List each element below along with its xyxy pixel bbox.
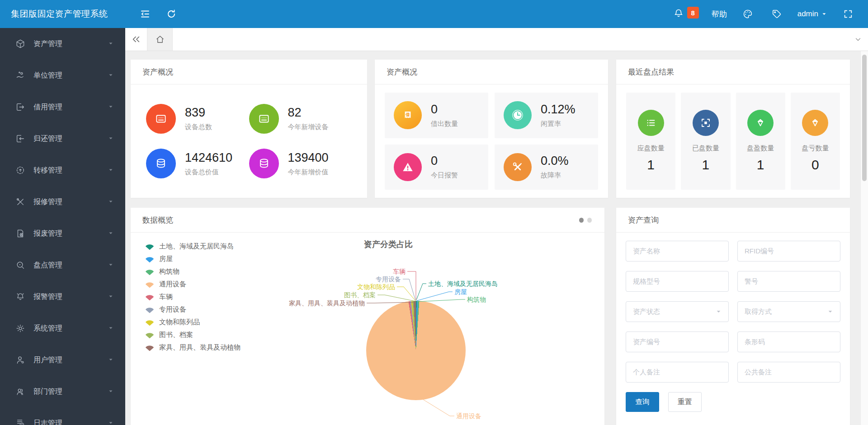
chevron-down-icon	[108, 135, 113, 143]
stat-value: 1	[757, 157, 764, 173]
legend-item[interactable]: 房屋	[144, 254, 241, 263]
chevron-down-icon	[108, 356, 113, 364]
legend-item[interactable]: 构筑物	[144, 267, 241, 276]
pie-chart[interactable]	[366, 301, 466, 400]
refresh-icon[interactable]	[163, 6, 179, 22]
personal-note-input[interactable]: 个人备注	[626, 362, 729, 383]
sidebar-item-scrap[interactable]: 报废管理	[0, 218, 125, 249]
barcode-input[interactable]: 条形码	[737, 332, 840, 352]
repair-tools-icon	[15, 197, 25, 207]
svg-text:家具、用具、装具及动植物: 家具、用具、装具及动植物	[289, 299, 365, 307]
sidebar-item-label: 报修管理	[33, 197, 108, 207]
carousel-dot-active[interactable]	[579, 218, 584, 223]
legend-item[interactable]: 土地、海域及无居民海岛	[144, 242, 241, 251]
scan-icon	[693, 110, 719, 136]
sidebar-item-units[interactable]: 单位管理	[0, 60, 125, 91]
database-icon	[249, 149, 279, 178]
theme-palette-icon[interactable]	[740, 6, 756, 22]
tag-icon[interactable]	[769, 6, 785, 22]
public-note-input[interactable]: 公共备注	[737, 362, 840, 383]
sidebar-item-departments[interactable]: 部门管理	[0, 376, 125, 407]
chevron-down-icon	[108, 324, 113, 332]
tab-home[interactable]	[147, 28, 173, 51]
legend-item[interactable]: 文物和陈列品	[144, 318, 241, 327]
pie-sector-icon	[144, 255, 155, 262]
notification-badge: 8	[687, 7, 699, 19]
clock-icon	[504, 101, 532, 129]
sidebar-item-logs[interactable]: 日志管理	[0, 407, 125, 425]
pie-sector-icon	[144, 318, 155, 326]
inventory-tile: 应盘数量1	[626, 93, 675, 190]
sidebar-item-label: 报废管理	[33, 229, 108, 238]
stat-tile: 借0借出数量	[385, 93, 488, 138]
notifications[interactable]: 8	[673, 8, 699, 20]
stat-value: 0	[431, 103, 458, 117]
sidebar-item-system[interactable]: 系统管理	[0, 313, 125, 344]
sidebar-item-transfer[interactable]: 转移管理	[0, 154, 125, 186]
stat-label: 盘盈数量	[747, 144, 774, 153]
chevron-down-icon[interactable]	[848, 28, 868, 51]
legend-item[interactable]: 家具、用具、装具及动植物	[144, 343, 241, 352]
legend-item[interactable]: 专用设备	[144, 305, 241, 314]
pie-sector-icon	[144, 331, 155, 338]
fullscreen-icon[interactable]	[840, 6, 856, 22]
sidebar-item-label: 资产管理	[33, 39, 108, 49]
stat-label: 故障率	[541, 171, 569, 180]
sidebar-item-repair[interactable]: 报修管理	[0, 186, 125, 218]
pie-sector-icon	[144, 243, 155, 250]
caret-down-icon	[821, 11, 827, 17]
input-placeholder: 资产名称	[633, 247, 660, 256]
badge-number-input[interactable]: 警号	[737, 271, 840, 292]
stat-label: 已盘数量	[692, 144, 719, 153]
sidebar-item-label: 报警管理	[33, 292, 108, 302]
device-icon	[146, 104, 176, 134]
chevron-down-icon	[108, 293, 113, 301]
asset-status-select[interactable]: 资产状态	[626, 301, 729, 322]
sidebar-item-inventory[interactable]: 盘点管理	[0, 249, 125, 281]
rfid-number-input[interactable]: RFID编号	[737, 241, 840, 262]
caret-down-icon	[827, 308, 833, 316]
borrow-ticket-icon: 借	[394, 101, 422, 129]
sidebar-item-users[interactable]: 用户管理	[0, 344, 125, 376]
sidebar-item-alarm[interactable]: 报警管理	[0, 281, 125, 313]
chevron-down-icon	[108, 40, 113, 48]
legend-item[interactable]: 通用设备	[144, 280, 241, 289]
reset-button[interactable]: 重置	[668, 392, 702, 412]
pie-sector-icon	[144, 306, 155, 313]
help-link[interactable]: 帮助	[712, 9, 727, 19]
search-button[interactable]: 查询	[626, 392, 659, 412]
menu-fold-icon[interactable]	[137, 6, 153, 22]
legend-label: 图书、档案	[159, 331, 193, 339]
warning-icon	[394, 153, 422, 181]
input-placeholder: 条形码	[745, 338, 765, 346]
stat-value: 82	[288, 106, 329, 120]
asset-name-input[interactable]: 资产名称	[626, 241, 729, 262]
sidebar-item-assets[interactable]: 资产管理	[0, 28, 125, 60]
sidebar-item-return[interactable]: 归还管理	[0, 123, 125, 154]
tab-bar	[125, 28, 868, 51]
sidebar-item-borrow[interactable]: 借用管理	[0, 91, 125, 123]
carousel-dot[interactable]	[587, 218, 592, 223]
collapse-sidebar-icon[interactable]	[125, 28, 147, 51]
asset-number-input[interactable]: 资产编号	[626, 332, 729, 352]
card-title: 资产概况	[387, 67, 417, 77]
scrollbar-thumb[interactable]	[862, 55, 867, 181]
stat-tile: 0今日报警	[385, 145, 488, 190]
transfer-icon	[15, 165, 25, 175]
stat-value: 1	[647, 157, 655, 173]
card-title: 最近盘点结果	[628, 67, 674, 77]
sidebar: 资产管理单位管理借用管理归还管理转移管理报修管理报废管理盘点管理报警管理系统管理…	[0, 28, 125, 425]
legend-item[interactable]: 车辆	[144, 292, 241, 301]
scrollbar[interactable]	[860, 51, 868, 425]
stat-value: 0.0%	[541, 154, 569, 168]
svg-text:车辆: 车辆	[393, 268, 406, 275]
main-content: 资产概况 839设备总数82今年新增设备1424610设备总价值139400今年…	[125, 51, 868, 425]
acquisition-method-select[interactable]: 取得方式	[737, 301, 840, 322]
model-spec-input[interactable]: 规格型号	[626, 271, 729, 292]
user-menu[interactable]: admin	[797, 9, 827, 19]
sidebar-item-label: 盘点管理	[33, 261, 108, 270]
sidebar-item-label: 用户管理	[33, 355, 108, 365]
input-placeholder: 资产编号	[633, 338, 660, 346]
stat-value: 839	[185, 106, 212, 120]
legend-item[interactable]: 图书、档案	[144, 330, 241, 339]
